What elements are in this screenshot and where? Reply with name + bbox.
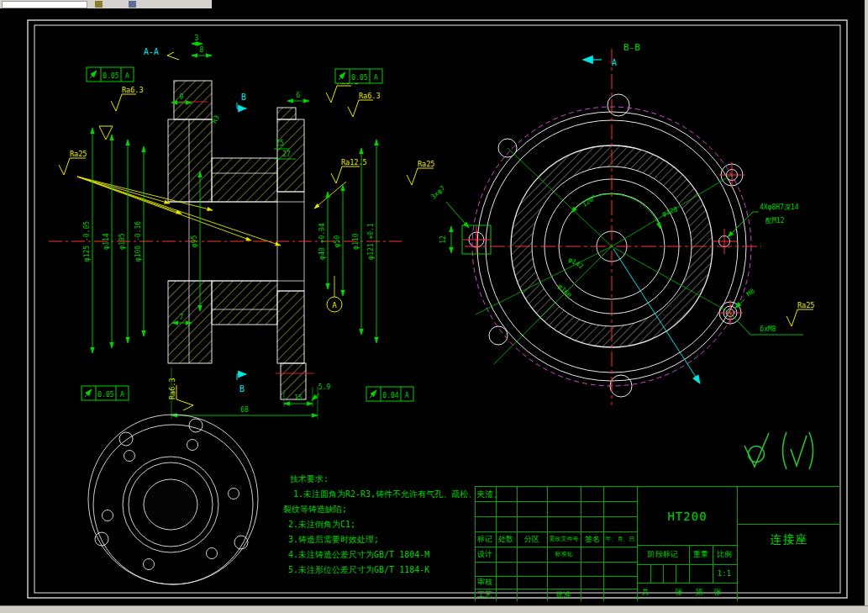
window-edge-bottom bbox=[0, 605, 868, 613]
col-header: 标记 bbox=[477, 534, 492, 545]
col-header: 更改文件号 bbox=[550, 535, 579, 543]
gdt-tolerance: 0.05 bbox=[97, 391, 113, 399]
roughness-value: Ra6.3 bbox=[168, 378, 176, 399]
auxiliary-view bbox=[88, 415, 258, 584]
gdt-tolerance: 0.05 bbox=[351, 74, 367, 82]
toolbar-icon-b[interactable] bbox=[129, 1, 136, 8]
dim-bc160: φ160 bbox=[556, 283, 573, 299]
gdt-frame-3: 0.05 A bbox=[82, 386, 129, 400]
roughness-ra63-topleft: Ra6.3 bbox=[111, 86, 144, 111]
col-header: 分区 bbox=[524, 534, 539, 545]
dim-bc142: φ142 bbox=[567, 256, 585, 271]
scale-value: 1:1 bbox=[718, 569, 731, 578]
col-header: 年、月、日 bbox=[606, 535, 635, 543]
dim-dia-125: φ125 -0.05 bbox=[83, 221, 91, 262]
view-title-aa: A-A bbox=[144, 47, 159, 56]
toolbar-icon-a[interactable] bbox=[95, 1, 103, 8]
dim-5-9: 5.9 bbox=[318, 383, 331, 391]
technical-notes: 技术要求: 1.未注圆角为R2-R3,铸件不允许有气孔、疏松、夹渣、 裂纹等铸造… bbox=[283, 472, 481, 578]
weight-label: 重量 bbox=[693, 549, 708, 560]
dim-27: 27 bbox=[282, 151, 291, 158]
section-marker-b-top: B bbox=[237, 92, 246, 108]
dim-9: 9 bbox=[180, 93, 184, 101]
gdt-datum: A bbox=[405, 392, 409, 399]
note-line: 1.未注圆角为R2-R3,铸件不允许有气孔、疏松、夹渣、 bbox=[283, 487, 481, 502]
note-line: 4.未注铸造公差尺寸为GB/T 1804-M bbox=[283, 547, 481, 563]
datum-target-a: A bbox=[327, 276, 342, 312]
stage-label: 阶段标记 bbox=[648, 549, 678, 560]
left-view-section bbox=[49, 81, 402, 399]
col-header: 签名 bbox=[585, 534, 600, 545]
sheet-word: 张 bbox=[676, 587, 683, 598]
dim-25: 25 bbox=[276, 140, 284, 147]
dim-15: 15 bbox=[294, 394, 302, 402]
dim-3: 3 bbox=[195, 34, 199, 42]
note-line: 2.未注倒角为C1; bbox=[283, 517, 481, 532]
scale-label: 比例 bbox=[717, 549, 732, 560]
roughness-ra25-left: Ra25 bbox=[59, 150, 87, 175]
roughness-value: Ra6.3 bbox=[122, 86, 144, 94]
note-line: 技术要求: bbox=[283, 472, 481, 487]
sheet-total-label: 共 bbox=[642, 587, 650, 598]
section-letter: B bbox=[241, 92, 246, 102]
command-input[interactable] bbox=[2, 1, 87, 8]
view-title-bb: B-B bbox=[623, 42, 640, 53]
cad-window: Ra6.3 Ra6.3 Ra6.3 Ra12.5 Ra25 Ra6.3 A bbox=[0, 0, 868, 613]
title-block: 标记 处数 分区 更改文件号 签名 年、月、日 设计 标准化 审核 工艺 批准 … bbox=[475, 486, 840, 601]
dim-dia-40: φ40 +0.04 bbox=[318, 223, 326, 260]
part-name: 连接座 bbox=[771, 532, 808, 547]
sheet-no-label: 第 bbox=[696, 587, 703, 598]
drawing-canvas[interactable]: Ra6.3 Ra6.3 Ra6.3 Ra12.5 Ra25 Ra6.3 A bbox=[0, 8, 868, 606]
dim-6: 6 bbox=[297, 92, 301, 99]
roughness-value: Ra25 bbox=[418, 160, 434, 168]
roughness-value: Ra25 bbox=[70, 150, 87, 158]
callout-3x7: 3xφ7 bbox=[429, 184, 447, 201]
dim-dia-100: φ100 -0.16 bbox=[134, 221, 142, 262]
gdt-datum: A bbox=[120, 391, 124, 399]
section-marker-b-bottom: B bbox=[237, 374, 246, 394]
callout-4x-holes-line1: 4Xφ8H7深14 bbox=[760, 203, 799, 211]
callout-4x-holes-line2: 配M12 bbox=[765, 217, 785, 225]
dim-bc128: φ128 bbox=[661, 205, 679, 218]
dim-dia-121: φ121 +0.1 bbox=[367, 223, 375, 260]
note-line: 裂纹等铸造缺陷; bbox=[283, 502, 481, 517]
dim-dia-50: φ50 bbox=[334, 235, 341, 248]
callout-m8: M8 bbox=[745, 287, 756, 298]
gdt-frame-4: 0.04 A bbox=[366, 387, 413, 401]
role-process: 工艺 bbox=[477, 589, 492, 600]
gdt-tolerance: 0.05 bbox=[103, 72, 118, 80]
datum-letter: A bbox=[332, 301, 337, 309]
dim-dia-110: φ110 bbox=[352, 233, 360, 249]
window-edge-right bbox=[865, 0, 868, 613]
gdt-frame-1: 0.05 A bbox=[87, 67, 134, 82]
dim-dia-95: φ95 bbox=[191, 235, 198, 248]
roughness-ra25-lowerright: Ra25 bbox=[786, 301, 814, 326]
roughness-value: Ra25 bbox=[797, 301, 814, 309]
dim-dia-114: φ114 bbox=[103, 233, 110, 249]
right-view-section bbox=[446, 49, 803, 405]
dim-120deg: 120° bbox=[581, 193, 598, 209]
gdt-datum: A bbox=[374, 74, 378, 82]
surface-finish-summary bbox=[744, 432, 813, 469]
roughness-ra25-rightview: Ra25 bbox=[407, 160, 434, 185]
role-approve: 批准 bbox=[556, 589, 571, 600]
datum-triangle bbox=[99, 126, 113, 140]
sheet-word: 张 bbox=[714, 587, 722, 598]
callout-6xm8: 6xM8 bbox=[760, 325, 776, 333]
dim-68: 68 bbox=[240, 406, 249, 414]
gdt-tolerance: 0.04 bbox=[382, 392, 398, 399]
roughness-value: Ra6.3 bbox=[359, 92, 381, 100]
roughness-ra63-rotated: Ra6.3 bbox=[168, 378, 193, 410]
roughness-ra63-topright2: Ra6.3 bbox=[348, 92, 381, 117]
col-header: 处数 bbox=[498, 534, 513, 545]
dim-12: 12 bbox=[439, 235, 447, 244]
role-check: 审核 bbox=[477, 577, 492, 588]
dim-7: 7 bbox=[180, 314, 184, 321]
dim-dia-105: φ105 bbox=[118, 233, 126, 249]
dim-8: 8 bbox=[200, 46, 204, 54]
note-line: 3.铸造后需要时效处理; bbox=[283, 532, 481, 547]
section-letter-a: A bbox=[612, 58, 617, 67]
roughness-value: Ra12.5 bbox=[341, 158, 367, 166]
gdt-datum: A bbox=[125, 72, 129, 80]
section-letter: B bbox=[239, 384, 245, 394]
